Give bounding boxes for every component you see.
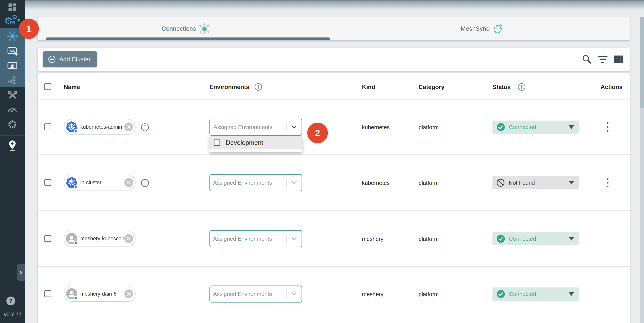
option-label: Development <box>226 139 263 146</box>
chevron-down-icon <box>291 292 297 296</box>
status-info-icon[interactable] <box>518 83 526 91</box>
sidebar-item-dashboard[interactable] <box>0 0 25 15</box>
connection-chip[interactable]: kubernetes-admin… <box>64 119 136 135</box>
environments-placeholder: Assigned Environments <box>213 236 286 242</box>
row-actions-menu[interactable] <box>604 176 610 189</box>
main-content: Connections MeshSync <box>25 0 644 323</box>
select-chevron-button[interactable] <box>287 237 302 241</box>
environments-select[interactable]: Assigned Environments <box>210 285 302 302</box>
row-info-icon[interactable] <box>141 123 149 132</box>
connected-check-icon <box>496 123 505 132</box>
caret-down-icon <box>569 125 574 129</box>
option-checkbox[interactable] <box>214 139 220 146</box>
chip-delete-button[interactable] <box>124 234 133 243</box>
tools-icon <box>8 90 17 100</box>
select-all-checkbox[interactable] <box>44 83 51 90</box>
sidebar-item-adapters[interactable]: <> <box>0 44 25 58</box>
row-checkbox[interactable] <box>44 123 51 130</box>
step-badge-1: 1 <box>19 19 39 39</box>
status-dropdown[interactable]: Connected <box>492 121 579 134</box>
environments-info-icon[interactable] <box>254 83 262 91</box>
tab-meshsync-label: MeshSync <box>460 25 489 32</box>
lifecycle-gears-icon: ⚙ ⚙ ⚙ ▾ <box>3 15 22 27</box>
row-checkbox[interactable] <box>44 235 51 242</box>
header-actions: Actions <box>600 84 622 91</box>
connections-tab-icon <box>199 23 210 34</box>
row-checkbox[interactable] <box>44 179 51 186</box>
catalog-pattern-icon <box>8 120 17 129</box>
chip-delete-button[interactable] <box>124 289 133 298</box>
table-row: kubernetes-admin… Assigned Env <box>38 100 630 155</box>
text-cursor <box>213 123 213 132</box>
columns-icon[interactable] <box>614 54 624 64</box>
status-dropdown[interactable]: Connected <box>492 232 579 245</box>
sidebar-expand-button[interactable]: › <box>17 264 25 281</box>
tab-meshsync[interactable]: MeshSync <box>334 17 630 40</box>
table-row: in-cluster Assigned Environments <box>38 155 630 211</box>
chip-delete-button[interactable] <box>124 123 133 131</box>
connection-chip[interactable]: meshery-dain-6 <box>64 286 136 302</box>
status-dropdown[interactable]: Connected <box>492 287 579 300</box>
add-cluster-label: Add Cluster <box>59 56 90 63</box>
tab-connections-label: Connections <box>162 25 196 32</box>
chevron-down-icon <box>291 125 297 129</box>
environments-dropdown-menu: Development <box>210 136 302 152</box>
sidebar-item-users[interactable] <box>0 58 25 73</box>
environment-option-development[interactable]: Development <box>210 136 302 149</box>
status-label: Connected <box>509 236 569 242</box>
connection-chip[interactable]: meshery-kubescop… <box>64 231 136 246</box>
chevron-down-icon: ▾ <box>17 17 20 23</box>
help-icon: ? <box>9 298 12 304</box>
sidebar-item-catalog[interactable] <box>0 117 25 132</box>
environments-select[interactable]: Assigned Environments <box>210 174 302 191</box>
environments-select[interactable]: Assigned Environments <box>210 119 302 136</box>
cell-category: platform <box>418 180 439 186</box>
add-cluster-button[interactable]: Add Cluster <box>43 51 97 67</box>
close-icon <box>127 236 131 241</box>
sidebar: ⚙ ⚙ ⚙ ▾ <box>0 0 25 323</box>
sidebar-item-workflows[interactable] <box>0 73 25 88</box>
sidebar-divider <box>0 135 25 136</box>
environments-placeholder: Assigned Environments <box>213 180 286 186</box>
status-label: Not Found <box>509 180 569 186</box>
sidebar-item-location[interactable] <box>0 138 25 153</box>
caret-down-icon <box>569 237 574 240</box>
select-chevron-button[interactable] <box>287 125 302 129</box>
no-actions-dash: - <box>606 290 608 297</box>
metrics-gauge-icon <box>7 105 17 112</box>
filter-icon[interactable] <box>598 54 608 64</box>
tab-connections[interactable]: Connections <box>38 17 334 40</box>
connection-status-dot <box>74 241 78 245</box>
header-kind: Kind <box>362 84 375 91</box>
location-pin-icon <box>8 140 17 151</box>
row-checkbox[interactable] <box>44 290 51 297</box>
table-toolbar: Add Cluster <box>38 48 630 71</box>
environments-select[interactable]: Assigned Environments <box>210 230 302 247</box>
sidebar-item-metrics[interactable] <box>0 101 25 116</box>
scrollbar-thumb[interactable] <box>640 17 644 108</box>
connection-chip[interactable]: in-cluster <box>64 175 136 190</box>
chevron-down-icon <box>291 181 297 185</box>
row-info-icon[interactable] <box>141 179 149 187</box>
search-icon[interactable] <box>582 54 592 64</box>
not-found-icon <box>496 178 505 187</box>
adapters-icon: <> <box>7 46 18 56</box>
row-actions-menu[interactable] <box>604 120 610 134</box>
chip-delete-button[interactable] <box>124 178 133 187</box>
cell-category: platform <box>418 124 439 131</box>
sidebar-item-tools[interactable] <box>0 88 25 102</box>
close-icon <box>127 180 131 185</box>
connected-check-icon <box>496 289 505 298</box>
connections-table: Name Environments Kind Category Status A… <box>38 73 630 323</box>
help-button[interactable]: ? <box>6 296 15 305</box>
close-icon <box>127 125 131 129</box>
close-icon <box>127 292 131 296</box>
select-chevron-button[interactable] <box>287 292 302 296</box>
status-dropdown[interactable]: Not Found <box>492 176 579 189</box>
select-chevron-button[interactable] <box>287 181 302 185</box>
table-row: meshery-dain-6 Assigned Environments <box>38 267 630 321</box>
cell-kind: kubernetes <box>362 180 390 186</box>
svg-text:<>: <> <box>9 49 15 53</box>
connection-status-dot <box>74 185 78 189</box>
connection-name: meshery-dain-6 <box>80 291 124 297</box>
